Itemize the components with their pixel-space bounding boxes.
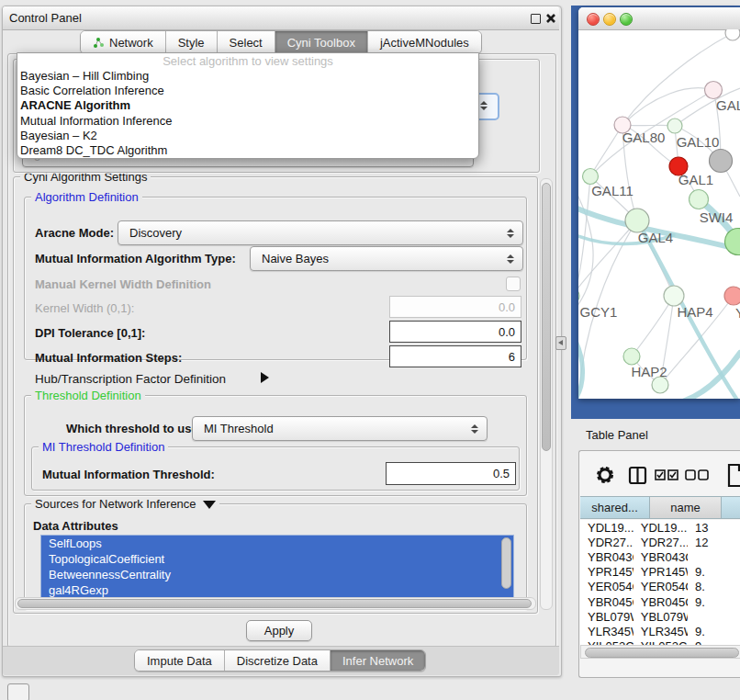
checked-pair-icon[interactable]	[655, 469, 678, 481]
tab-jactivemnodules[interactable]: jActiveMNodules	[368, 31, 481, 53]
table-horizontal-scrollbar[interactable]	[580, 645, 740, 659]
settings-horizontal-scrollbar[interactable]	[15, 597, 536, 610]
table-cell: 8.	[688, 580, 740, 593]
float-window-icon[interactable]	[531, 14, 541, 24]
network-node[interactable]	[724, 287, 740, 305]
network-window: GAL7GAL80GAL10GAL1GAL11SWI4GAL4GCY1HAP4Y…	[578, 7, 740, 399]
algorithm-option[interactable]: Bayesian – Hill Climbing	[17, 69, 478, 84]
data-attribute-item[interactable]: TopologicalCoefficient	[41, 551, 513, 567]
control-panel-tabs: NetworkStyleSelectCyni ToolboxjActiveMNo…	[80, 30, 482, 54]
table-row[interactable]: YBR045CYBR045C9.	[580, 594, 740, 609]
close-panel-icon[interactable]	[545, 13, 556, 24]
table-row[interactable]: YPR145WYPR145W9.	[580, 565, 740, 580]
table-row[interactable]: YBR043CYBR043C	[580, 549, 740, 564]
node-label: Y	[735, 305, 740, 321]
algorithm-option[interactable]: Basic Correlation Inference	[17, 84, 478, 98]
manual-kernel-checkbox[interactable]	[506, 277, 521, 291]
table-row[interactable]: YDR27...YDR27...12	[580, 535, 740, 549]
unchecked-pair-icon[interactable]	[685, 469, 709, 481]
network-node[interactable]	[583, 169, 599, 185]
table-row[interactable]: YER054CYER054C8.	[580, 580, 740, 594]
which-threshold-value: MI Threshold	[193, 422, 466, 435]
kernel-width-label: Kernel Width (0,1):	[35, 301, 134, 315]
network-node[interactable]	[623, 348, 640, 365]
network-node[interactable]	[664, 286, 684, 306]
mi-threshold-group-title: MI Threshold Definition	[39, 440, 168, 454]
sources-title-text: Sources for Network Inference	[35, 497, 196, 511]
table-cell: YDL19...	[633, 521, 688, 535]
tab-style[interactable]: Style	[166, 31, 218, 53]
algorithm-option[interactable]: Dream8 DC_TDC Algorithm	[17, 143, 478, 158]
network-node[interactable]	[578, 288, 579, 303]
algorithm-options-list: Bayesian – Hill ClimbingBasic Correlatio…	[17, 69, 478, 158]
zoom-window-icon[interactable]	[620, 13, 633, 26]
table-row[interactable]: YLR345WYLR345W9.	[580, 624, 740, 638]
table-cell: YBR043C	[580, 550, 633, 564]
network-node[interactable]	[710, 150, 733, 173]
document-icon[interactable]	[727, 463, 740, 488]
network-node[interactable]	[667, 119, 682, 133]
gear-icon[interactable]	[595, 465, 615, 485]
tab-infer-network[interactable]: Infer Network	[331, 650, 425, 671]
data-attribute-item[interactable]: BetweennessCentrality	[41, 567, 513, 582]
column-header[interactable]: shared...	[580, 496, 650, 519]
data-attribute-item[interactable]: SelfLoops	[41, 536, 513, 551]
network-node[interactable]	[705, 82, 723, 99]
network-node[interactable]	[725, 29, 740, 40]
column-header[interactable]: A	[722, 496, 740, 519]
settings-vertical-scrollbar[interactable]	[540, 178, 553, 610]
sources-group-title[interactable]: Sources for Network Inference	[31, 497, 219, 511]
algorithm-definition-title: Algorithm Definition	[31, 190, 142, 204]
application-root: Control Panel NetworkStyleSelectCyni Too…	[0, 0, 740, 700]
minimized-panel-chip[interactable]	[7, 683, 29, 700]
algorithm-option[interactable]: Mutual Information Inference	[17, 114, 478, 129]
expand-arrow-icon[interactable]	[261, 372, 269, 383]
combo-stepper-icon	[502, 229, 519, 238]
tab-select[interactable]: Select	[218, 31, 275, 53]
dpi-tolerance-field[interactable]: 0.0	[389, 321, 521, 343]
collapse-arrow-icon	[203, 501, 216, 509]
close-window-icon[interactable]	[587, 13, 600, 26]
table-cell: YER054C	[580, 580, 633, 593]
manual-kernel-label: Manual Kernel Width Definition	[35, 277, 211, 291]
minimize-window-icon[interactable]	[603, 13, 616, 26]
algorithm-option[interactable]: ARACNE Algorithm	[17, 98, 478, 113]
attributes-list-scrollbar-thumb[interactable]	[501, 537, 511, 589]
network-node[interactable]	[725, 229, 740, 255]
tab-cyni-toolbox[interactable]: Cyni Toolbox	[275, 31, 368, 53]
combo-stepper-icon	[502, 254, 519, 264]
which-threshold-combobox[interactable]: MI Threshold	[192, 416, 488, 441]
table-cell: YLR345W	[633, 625, 688, 638]
split-columns-icon[interactable]	[628, 466, 647, 485]
tab-label: Select	[230, 36, 263, 50]
tab-discretize-data[interactable]: Discretize Data	[225, 650, 331, 671]
mi-type-combobox[interactable]: Naive Bayes	[250, 246, 523, 271]
hub-section-label[interactable]: Hub/Transcription Factor Definition	[35, 372, 226, 386]
table-horizontal-scrollbar-thumb[interactable]	[585, 648, 739, 658]
apply-button[interactable]: Apply	[246, 620, 312, 641]
settings-vertical-scrollbar-thumb[interactable]	[542, 183, 551, 451]
kernel-width-field[interactable]: 0.0	[389, 296, 521, 318]
network-icon	[93, 37, 105, 49]
data-attribute-item[interactable]: gal4RGexp	[41, 582, 513, 598]
tab-network[interactable]: Network	[81, 31, 166, 53]
mi-steps-field[interactable]: 6	[389, 345, 521, 367]
table-cell: 13	[688, 521, 740, 535]
settings-horizontal-scrollbar-thumb[interactable]	[17, 599, 532, 608]
aracne-mode-combobox[interactable]: Discovery	[118, 220, 523, 245]
algorithm-option[interactable]: Bayesian – K2	[17, 129, 478, 143]
node-label: GAL10	[677, 134, 720, 150]
node-label: GAL7	[716, 97, 740, 113]
splitpane-divider-handle[interactable]	[555, 336, 566, 350]
aracne-mode-label: Aracne Mode:	[35, 226, 114, 240]
node-label: GAL11	[591, 183, 633, 198]
table-row[interactable]: YBL079WYBL079W	[580, 609, 740, 624]
column-header[interactable]: name	[650, 496, 722, 519]
mi-threshold-field[interactable]: 0.5	[386, 462, 516, 485]
tab-impute-data[interactable]: Impute Data	[135, 650, 225, 671]
network-canvas[interactable]: GAL7GAL80GAL10GAL1GAL11SWI4GAL4GCY1HAP4Y…	[578, 29, 740, 399]
network-node[interactable]	[690, 190, 709, 209]
network-edge	[632, 296, 674, 356]
table-row[interactable]: YDL19...YDL19...13	[580, 520, 740, 535]
data-attributes-label: Data Attributes	[33, 519, 118, 533]
